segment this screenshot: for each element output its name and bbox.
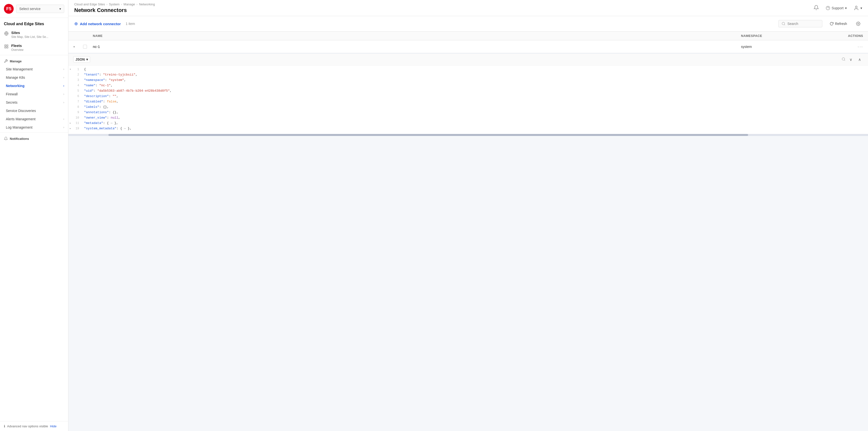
sites-sub: Site Map, Site List, Site Se... — [11, 35, 64, 39]
add-label: Add network connector — [80, 22, 121, 26]
json-toolbar: JSON ▾ ∨ ∧ — [68, 54, 868, 65]
topbar-left: Cloud and Edge Sites › System › Manage ›… — [74, 2, 155, 13]
code-line-3: 3 "namespace": "system", — [68, 78, 868, 84]
breadcrumb-3[interactable]: Networking — [139, 2, 155, 6]
nav-chevron-firewall: › — [63, 92, 64, 96]
json-nav: ∨ ∧ — [842, 56, 863, 63]
page-title: Network Connectors — [74, 7, 155, 13]
sidebar-item-sites[interactable]: Sites Site Map, Site List, Site Se... — [0, 28, 68, 41]
fleets-label: Fleets — [11, 44, 64, 48]
sidebar-nav-item-firewall[interactable]: Firewall› — [0, 90, 68, 98]
f5-logo: F5 — [4, 4, 14, 14]
support-chevron-icon: ▾ — [845, 6, 847, 10]
sidebar-nav-item-site-management[interactable]: Site Management› — [0, 65, 68, 73]
breadcrumb-1[interactable]: System — [109, 2, 119, 6]
bell-sidebar-icon — [4, 137, 8, 141]
breadcrumb-sep-2: › — [136, 2, 137, 6]
nav-chevron-secrets: › — [63, 101, 64, 104]
breadcrumb-2[interactable]: Manage — [124, 2, 135, 6]
row-select-checkbox[interactable] — [83, 45, 87, 49]
manage-label: Manage — [10, 59, 22, 63]
info-icon: ℹ — [4, 424, 5, 428]
sidebar-nav-item-log-management[interactable]: Log Management› — [0, 123, 68, 132]
json-format-select[interactable]: JSON ▾ — [73, 56, 90, 63]
bell-topbar-icon — [813, 5, 819, 10]
row-actions: ··· — [814, 44, 863, 49]
wrench-icon — [4, 59, 8, 63]
code-area: ▾ 1 { 2 "tenant": "treino-tyjcbsii", 3 "… — [68, 65, 868, 134]
svg-point-8 — [855, 6, 857, 7]
refresh-button[interactable]: Refresh — [827, 20, 849, 27]
row-checkbox[interactable] — [83, 45, 93, 49]
breadcrumb-0[interactable]: Cloud and Edge Sites — [74, 2, 105, 6]
settings-button[interactable] — [854, 20, 862, 28]
sidebar-nav-item-secrets[interactable]: Secrets› — [0, 98, 68, 107]
json-search-icon[interactable] — [842, 57, 845, 62]
grid-icon — [4, 44, 9, 49]
nav-chevron-site-management: › — [63, 67, 64, 71]
sidebar-nav-item-service-discoveries[interactable]: Service Discoveries — [0, 107, 68, 115]
refresh-label: Refresh — [835, 22, 847, 26]
svg-rect-2 — [5, 45, 6, 46]
item-count: 1 item — [126, 22, 135, 26]
code-line-10: 10 "owner_view": null, — [68, 116, 868, 121]
service-select-label: Select service — [19, 7, 40, 11]
more-actions-button[interactable]: ··· — [858, 44, 863, 49]
settings-icon — [856, 22, 861, 26]
code-line-1: ▾ 1 { — [68, 67, 868, 73]
support-button[interactable]: Support ▾ — [823, 4, 850, 12]
table-header: Name Namespace Actions — [68, 32, 868, 40]
line-19-expand[interactable]: ▸ — [68, 126, 72, 130]
row-expand-btn[interactable]: ▾ — [73, 45, 83, 49]
hide-link[interactable]: Hide — [50, 424, 57, 428]
search-input[interactable] — [787, 22, 817, 26]
scrollbar-thumb[interactable] — [108, 134, 748, 136]
code-line-2: 2 "tenant": "treino-tyjcbsii", — [68, 73, 868, 78]
notifications-section: Notifications — [0, 133, 68, 143]
json-expand-button[interactable]: ∧ — [856, 56, 863, 63]
user-menu-button[interactable]: ▾ — [854, 5, 862, 11]
nav-chevron-manage-k8s: › — [63, 76, 64, 79]
main-area: Cloud and Edge Sites › System › Manage ›… — [68, 0, 868, 431]
json-collapse-button[interactable]: ∨ — [847, 56, 854, 63]
col-namespace-header: Namespace — [741, 34, 814, 38]
line-11-expand[interactable]: ▸ — [68, 121, 72, 125]
svg-point-12 — [842, 58, 845, 60]
sidebar-nav-item-alerts-management[interactable]: Alerts Management› — [0, 115, 68, 123]
notifications-header[interactable]: Notifications — [0, 135, 68, 143]
breadcrumb: Cloud and Edge Sites › System › Manage ›… — [74, 2, 155, 6]
footer-text: Advanced nav options visible — [7, 424, 48, 428]
nav-label-networking: Networking — [6, 84, 24, 88]
chevron-down-row-icon[interactable]: ▾ — [73, 45, 75, 49]
col-name-header: Name — [93, 34, 741, 38]
support-icon — [826, 6, 830, 10]
topbar-actions: Support ▾ ▾ — [813, 4, 862, 12]
sidebar-footer: ℹ Advanced nav options visible Hide — [0, 421, 68, 431]
nav-label-firewall: Firewall — [6, 92, 18, 96]
code-line-4: 4 "name": "nc-1", — [68, 84, 868, 89]
sidebar-nav-item-manage-k8s[interactable]: Manage K8s› — [0, 73, 68, 82]
sidebar-nav-item-networking[interactable]: Networking› — [0, 82, 68, 90]
sidebar-item-fleets[interactable]: Fleets Overview — [0, 41, 68, 54]
search-box[interactable] — [778, 20, 822, 27]
line-1-expand[interactable]: ▾ — [68, 67, 72, 71]
svg-point-11 — [858, 23, 859, 24]
nav-label-site-management: Site Management — [6, 67, 33, 71]
service-select-dropdown[interactable]: Select service ▾ — [16, 5, 64, 13]
svg-line-13 — [844, 60, 845, 61]
table-row: ▾ nc-1 system ··· — [68, 40, 868, 53]
code-line-8: 8 "labels": {}, — [68, 105, 868, 111]
code-line-7: 7 "disabled": false, — [68, 100, 868, 105]
horizontal-scrollbar[interactable] — [68, 134, 868, 136]
plus-icon: ⊕ — [74, 21, 78, 26]
add-network-connector-button[interactable]: ⊕ Add network connector — [74, 20, 121, 28]
notification-bell-button[interactable] — [813, 5, 819, 11]
manage-nav-items: Site Management›Manage K8s›Networking›Fi… — [0, 65, 68, 132]
code-line-19: ▸ 19 "system_metadata": { ↔ }, — [68, 126, 868, 132]
support-label: Support — [832, 6, 844, 10]
system-metadata-expand[interactable]: ↔ — [124, 127, 126, 130]
svg-rect-3 — [7, 45, 8, 46]
svg-line-10 — [784, 24, 785, 25]
manage-section-header[interactable]: Manage — [0, 57, 68, 65]
fleets-item-content: Fleets Overview — [11, 44, 64, 52]
